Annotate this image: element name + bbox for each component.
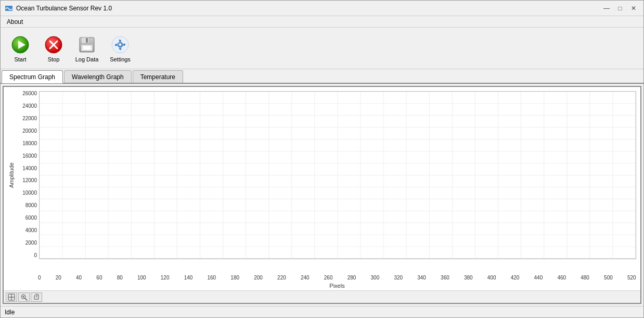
app-icon xyxy=(5,4,13,12)
hand-pan-icon xyxy=(33,294,40,301)
x-tick-300: 300 xyxy=(371,275,380,281)
stop-icon xyxy=(43,34,64,55)
svg-rect-67 xyxy=(10,296,12,298)
y-tick-14000: 14000 xyxy=(16,166,37,171)
y-tick-16000: 16000 xyxy=(16,154,37,159)
y-tick-8000: 8000 xyxy=(16,203,37,208)
x-tick-140: 140 xyxy=(184,275,193,281)
chart-pan-button[interactable] xyxy=(18,292,30,302)
x-axis-container: 0 20 40 60 80 100 120 140 160 180 200 22… xyxy=(38,275,636,290)
x-tick-100: 100 xyxy=(137,275,146,281)
chart-container: Amplitude 26000 24000 22000 20000 18000 … xyxy=(3,86,641,304)
svg-rect-10 xyxy=(83,46,91,50)
logdata-label: Log Data xyxy=(75,56,99,62)
plot-area xyxy=(39,91,636,259)
x-tick-520: 520 xyxy=(627,275,636,281)
chart-bottom-toolbar xyxy=(4,290,640,303)
x-tick-260: 260 xyxy=(324,275,333,281)
x-tick-0: 0 xyxy=(38,275,41,281)
x-tick-440: 440 xyxy=(534,275,543,281)
x-tick-360: 360 xyxy=(441,275,449,281)
x-tick-160: 160 xyxy=(208,275,216,281)
x-ticks-row: 0 20 40 60 80 100 120 140 160 180 200 22… xyxy=(38,275,636,282)
menu-bar: About xyxy=(1,16,643,28)
x-tick-460: 460 xyxy=(557,275,566,281)
x-tick-120: 120 xyxy=(161,275,170,281)
x-tick-40: 40 xyxy=(76,275,82,281)
start-label: Start xyxy=(14,56,26,62)
x-axis-label: Pixels xyxy=(38,283,636,289)
x-tick-320: 320 xyxy=(394,275,403,281)
svg-point-13 xyxy=(119,43,122,46)
status-text: Idle xyxy=(5,309,15,316)
x-tick-80: 80 xyxy=(117,275,123,281)
y-tick-2000: 2000 xyxy=(16,240,37,246)
window-title: Ocean Turbulance Sensor Rev 1.0 xyxy=(16,5,601,12)
chart-inner: Amplitude 26000 24000 22000 20000 18000 … xyxy=(4,87,640,275)
chart-reset-button[interactable] xyxy=(31,292,42,302)
x-tick-60: 60 xyxy=(96,275,102,281)
x-tick-180: 180 xyxy=(230,275,239,281)
stop-label: Stop xyxy=(48,56,60,62)
y-tick-6000: 6000 xyxy=(16,215,37,221)
y-axis-label: Amplitude xyxy=(8,91,15,259)
x-tick-240: 240 xyxy=(301,275,310,281)
y-tick-20000: 20000 xyxy=(16,129,37,134)
tab-spectrum-graph[interactable]: Spectrum Graph xyxy=(2,70,63,83)
settings-label: Settings xyxy=(110,56,131,62)
window-controls: — □ ✕ xyxy=(601,3,639,14)
y-tick-4000: 4000 xyxy=(16,228,37,233)
svg-line-69 xyxy=(25,298,27,300)
grid-svg xyxy=(40,92,636,259)
tab-temperature[interactable]: Temperature xyxy=(133,70,183,83)
start-icon xyxy=(10,34,31,55)
y-tick-0: 0 xyxy=(16,253,37,258)
x-tick-20: 20 xyxy=(56,275,61,281)
settings-icon xyxy=(110,34,131,55)
logdata-button[interactable]: Log Data xyxy=(71,31,102,66)
start-button[interactable]: Start xyxy=(5,31,36,66)
close-button[interactable]: ✕ xyxy=(628,3,639,14)
magnify-icon xyxy=(20,294,28,301)
y-tick-22000: 22000 xyxy=(16,116,37,121)
logdata-icon xyxy=(76,34,97,55)
zoom-crosshair-icon xyxy=(8,294,15,301)
minimize-button[interactable]: — xyxy=(601,3,612,14)
y-tick-12000: 12000 xyxy=(16,178,37,183)
x-tick-420: 420 xyxy=(511,275,520,281)
maximize-button[interactable]: □ xyxy=(614,3,626,14)
x-tick-280: 280 xyxy=(347,275,356,281)
y-tick-18000: 18000 xyxy=(16,141,37,146)
y-tick-26000: 26000 xyxy=(16,91,37,96)
title-bar: Ocean Turbulance Sensor Rev 1.0 — □ ✕ xyxy=(1,1,643,16)
status-bar: Idle xyxy=(1,306,643,317)
tab-wavelength-graph[interactable]: Wavelength Graph xyxy=(64,70,132,83)
y-tick-10000: 10000 xyxy=(16,190,37,196)
y-tick-24000: 24000 xyxy=(16,104,37,109)
toolbar: Start Stop xyxy=(1,28,643,69)
x-tick-200: 200 xyxy=(254,275,263,281)
x-tick-380: 380 xyxy=(464,275,473,281)
x-tick-220: 220 xyxy=(277,275,286,281)
x-tick-400: 400 xyxy=(487,275,496,281)
stop-button[interactable]: Stop xyxy=(38,31,69,66)
chart-zoom-in-button[interactable] xyxy=(6,292,17,302)
main-content: Amplitude 26000 24000 22000 20000 18000 … xyxy=(1,84,643,306)
menu-item-about[interactable]: About xyxy=(3,17,27,27)
x-tick-340: 340 xyxy=(417,275,426,281)
x-tick-500: 500 xyxy=(604,275,613,281)
tab-bar: Spectrum Graph Wavelength Graph Temperat… xyxy=(1,69,643,84)
svg-rect-8 xyxy=(86,38,88,43)
x-tick-480: 480 xyxy=(581,275,589,281)
settings-button[interactable]: Settings xyxy=(105,31,136,66)
y-axis: 26000 24000 22000 20000 18000 16000 1400… xyxy=(16,91,39,259)
